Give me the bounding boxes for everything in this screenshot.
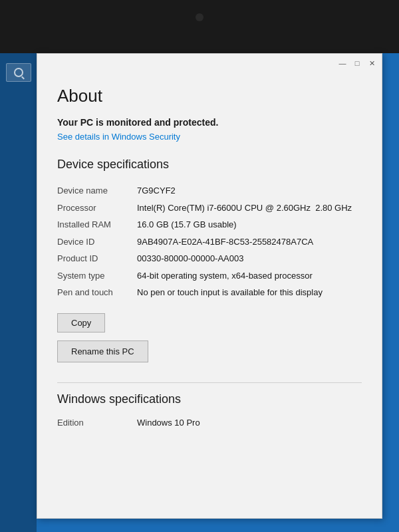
spec-row-system-type: System type 64-bit operating system, x64… [57,267,362,285]
spec-label-product-id: Product ID [57,252,137,265]
search-box[interactable] [6,63,31,82]
desktop-background [382,53,399,532]
spec-label-ram: Installed RAM [57,218,137,231]
copy-button[interactable]: Copy [57,313,105,332]
taskbar-search [0,53,37,532]
spec-value-device-name: 7G9CYF2 [137,184,362,198]
maximize-button[interactable]: □ [352,59,362,68]
rename-pc-button[interactable]: Rename this PC [57,340,148,362]
camera-bar [0,0,399,53]
win-spec-value-edition: Windows 10 Pro [137,418,200,428]
spec-row-device-name: Device name 7G9CYF2 [57,182,362,200]
security-status-text: Your PC is monitored and protected. [57,117,362,128]
spec-value-product-id: 00330-80000-00000-AA003 [137,252,362,265]
spec-value-system-type: 64-bit operating system, x64-based proce… [137,269,362,283]
title-bar: — □ ✕ [37,54,382,72]
window-controls: — □ ✕ [338,59,376,68]
spec-row-pen-touch: Pen and touch No pen or touch input is a… [57,284,362,301]
device-specs-heading: Device specifications [57,158,362,172]
about-window: — □ ✕ About Your PC is monitored and pro… [37,53,382,519]
spec-label-system-type: System type [57,269,137,283]
windows-specs-heading: Windows specifications [57,392,362,406]
spec-label-processor: Processor [57,201,137,215]
spec-value-ram: 16.0 GB (15.7 GB usable) [137,218,362,231]
window-content: About Your PC is monitored and protected… [37,72,382,518]
section-divider [57,382,362,383]
spec-row-product-id: Product ID 00330-80000-00000-AA003 [57,250,362,267]
camera-dot [196,13,203,21]
spec-value-device-id: 9AB4907A-E02A-41BF-8C53-25582478A7CA [137,235,362,249]
spec-label-device-name: Device name [57,184,137,198]
spec-value-processor: Intel(R) Core(TM) i7-6600U CPU @ 2.60GHz… [137,201,362,215]
spec-row-processor: Processor Intel(R) Core(TM) i7-6600U CPU… [57,200,362,217]
security-link[interactable]: See details in Windows Security [57,132,362,142]
spec-row-ram: Installed RAM 16.0 GB (15.7 GB usable) [57,216,362,233]
spec-row-device-id: Device ID 9AB4907A-E02A-41BF-8C53-255824… [57,233,362,251]
win-spec-label-edition: Edition [57,418,137,428]
spec-value-pen-touch: No pen or touch input is available for t… [137,286,362,299]
spec-label-pen-touch: Pen and touch [57,286,137,299]
spec-label-device-id: Device ID [57,235,137,249]
page-title: About [57,86,362,106]
close-button[interactable]: ✕ [367,59,376,68]
win-spec-row-edition: Edition Windows 10 Pro [57,416,362,430]
minimize-button[interactable]: — [338,59,347,68]
search-icon [14,68,23,77]
